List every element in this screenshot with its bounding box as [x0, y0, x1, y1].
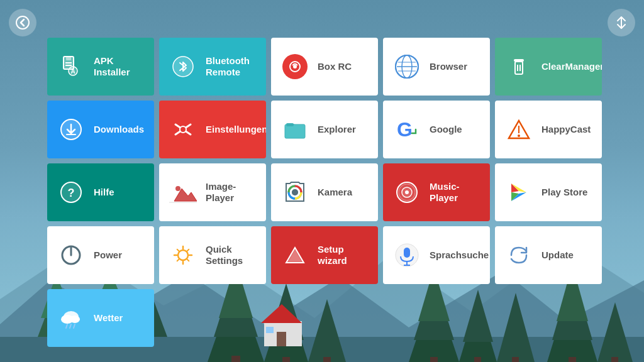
sort-button[interactable]	[608, 9, 635, 36]
power-icon	[56, 240, 86, 270]
quick-settings-label: Quick Settings	[206, 244, 257, 266]
tile-quick-settings[interactable]: Quick Settings	[159, 226, 266, 284]
image-player-label: Image-Player	[206, 181, 257, 204]
svg-line-98	[187, 250, 189, 251]
svg-point-70	[518, 134, 520, 137]
play-store-label: Play Store	[541, 187, 587, 198]
svg-rect-65	[285, 124, 305, 138]
google-label: Google	[430, 124, 462, 135]
svg-rect-36	[569, 357, 576, 362]
tile-apk-installer[interactable]: A APK Installer	[47, 38, 154, 96]
bluetooth-icon	[168, 52, 198, 82]
wetter-label: Wetter	[94, 312, 123, 324]
svg-text:G: G	[397, 118, 413, 141]
voice-icon	[392, 240, 422, 270]
svg-rect-19	[323, 357, 331, 362]
hilfe-label: Hilfe	[94, 187, 114, 198]
download-icon	[56, 114, 86, 145]
setup-wizard-label: Setup wizard	[318, 244, 369, 266]
svg-rect-38	[611, 357, 618, 362]
bluetooth-remote-label: Bluetooth Remote	[206, 55, 257, 78]
svg-line-110	[70, 324, 71, 328]
box-rc-label: Box RC	[318, 61, 352, 72]
update-label: Update	[541, 250, 574, 261]
explorer-label: Explorer	[318, 124, 356, 135]
tile-clear-manager[interactable]: ClearManager	[495, 38, 602, 96]
tile-power[interactable]: Power	[47, 226, 154, 284]
svg-rect-30	[474, 357, 481, 362]
setup-icon	[280, 240, 310, 270]
weather-icon	[56, 303, 86, 333]
svg-rect-32	[512, 357, 519, 362]
svg-text:A: A	[70, 68, 75, 75]
explorer-icon	[280, 114, 310, 145]
happycast-label: HappyCast	[541, 124, 591, 135]
svg-point-91	[178, 250, 188, 260]
svg-point-64	[180, 126, 186, 133]
help-icon: ?	[56, 177, 86, 207]
downloads-label: Downloads	[94, 124, 144, 135]
svg-rect-41	[66, 57, 71, 60]
music-player-label: Music-Player	[430, 181, 481, 204]
boxrc-icon	[280, 52, 310, 82]
tile-kamera[interactable]: Kamera	[271, 163, 378, 221]
tile-wetter[interactable]: Wetter	[47, 289, 154, 347]
svg-rect-27	[430, 357, 438, 362]
einstellungen-label: Einstellungen	[206, 124, 266, 135]
svg-point-49	[293, 65, 297, 69]
quicksettings-icon	[168, 240, 198, 270]
tile-music-player[interactable]: Music-Player	[383, 163, 490, 221]
svg-line-99	[177, 260, 179, 261]
svg-rect-57	[515, 62, 523, 74]
svg-rect-17	[282, 357, 290, 362]
svg-point-39	[16, 16, 29, 29]
tile-play-store[interactable]: Play Store	[495, 163, 602, 221]
tile-update[interactable]: Update	[495, 226, 602, 284]
svg-line-97	[187, 260, 189, 261]
tile-google[interactable]: G Google	[383, 101, 490, 158]
svg-rect-103	[404, 248, 410, 258]
tile-downloads[interactable]: Downloads	[47, 101, 154, 158]
tile-box-rc[interactable]: Box RC	[271, 38, 378, 96]
svg-point-82	[405, 190, 409, 194]
clear-icon	[504, 52, 534, 82]
svg-rect-14	[231, 356, 240, 362]
sprachsuche-label: Sprachsuche	[430, 250, 489, 261]
svg-text:?: ?	[68, 187, 75, 199]
playstore-icon	[504, 177, 534, 207]
update-icon	[504, 240, 534, 270]
power-label: Power	[94, 250, 122, 261]
happycast-icon	[504, 114, 534, 145]
tile-setup-wizard[interactable]: Setup wizard	[271, 226, 378, 284]
svg-point-108	[70, 315, 80, 323]
apk-installer-label: APK Installer	[94, 55, 145, 78]
browser-label: Browser	[430, 61, 467, 72]
music-icon	[392, 177, 422, 207]
clear-manager-label: ClearManager	[541, 61, 602, 72]
svg-line-96	[177, 250, 179, 251]
svg-point-75	[175, 186, 180, 191]
tile-happycast[interactable]: HappyCast	[495, 101, 602, 158]
tile-browser[interactable]: Browser	[383, 38, 490, 96]
app-grid: A APK Installer Bluetooth Remote Box RC	[47, 38, 638, 347]
tile-hilfe[interactable]: ? Hilfe	[47, 163, 154, 221]
settings-icon	[168, 114, 198, 145]
camera-icon	[280, 177, 310, 207]
tile-bluetooth-remote[interactable]: Bluetooth Remote	[159, 38, 266, 96]
tile-sprachsuche[interactable]: Sprachsuche	[383, 226, 490, 284]
tile-explorer[interactable]: Explorer	[271, 101, 378, 158]
tile-image-player[interactable]: Image-Player	[159, 163, 266, 221]
browser-icon	[392, 52, 422, 82]
kamera-label: Kamera	[318, 187, 352, 198]
image-icon	[168, 177, 198, 207]
tile-einstellungen[interactable]: Einstellungen	[159, 101, 266, 158]
google-icon: G	[392, 114, 422, 145]
svg-line-111	[74, 324, 75, 328]
back-button[interactable]	[9, 9, 36, 36]
apk-icon: A	[56, 52, 86, 82]
svg-line-109	[66, 324, 67, 328]
svg-point-79	[292, 189, 298, 195]
svg-rect-66	[286, 123, 294, 126]
